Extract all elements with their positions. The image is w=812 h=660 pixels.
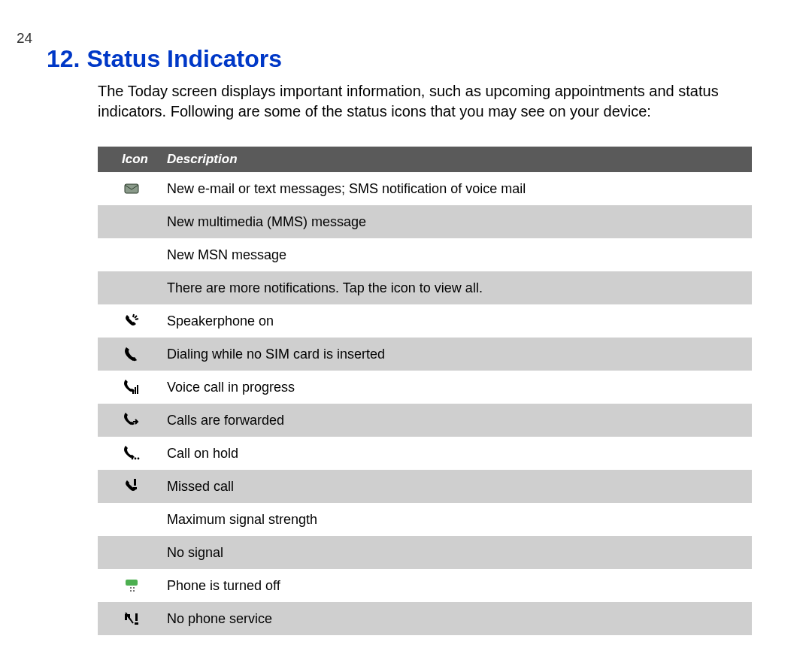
table-row: New MSN message bbox=[98, 238, 752, 271]
row-desc: Speakerphone on bbox=[165, 306, 752, 337]
speakerphone-icon bbox=[98, 312, 165, 330]
svg-rect-7 bbox=[134, 479, 136, 486]
svg-rect-11 bbox=[133, 587, 135, 589]
table-row: Phone is turned off bbox=[98, 569, 752, 602]
section-heading: 12. Status Indicators bbox=[47, 45, 282, 73]
status-icons-table: Icon Description New e-mail or text mess… bbox=[98, 147, 752, 635]
header-description: Description bbox=[165, 152, 752, 167]
table-header: Icon Description bbox=[98, 147, 752, 172]
row-desc: Dialing while no SIM card is inserted bbox=[165, 339, 752, 370]
missed-call-icon bbox=[98, 477, 165, 495]
svg-rect-10 bbox=[130, 587, 132, 589]
table-row: Calls are forwarded bbox=[98, 404, 752, 437]
page-number: 24 bbox=[17, 30, 32, 47]
table-row: No phone service bbox=[98, 602, 752, 635]
svg-rect-13 bbox=[133, 590, 135, 592]
table-row: Missed call bbox=[98, 470, 752, 503]
no-phone-service-icon bbox=[98, 610, 165, 628]
svg-point-6 bbox=[138, 458, 140, 460]
svg-rect-2 bbox=[135, 387, 136, 394]
table-row: Call on hold bbox=[98, 437, 752, 470]
row-desc: New multimedia (MMS) message bbox=[165, 207, 752, 238]
svg-rect-14 bbox=[135, 613, 138, 621]
svg-rect-3 bbox=[137, 385, 138, 394]
svg-point-5 bbox=[135, 458, 137, 460]
phone-off-icon bbox=[98, 577, 165, 595]
table-row: There are more notifications. Tap the ic… bbox=[98, 271, 752, 304]
table-row: No signal bbox=[98, 536, 752, 569]
svg-rect-0 bbox=[125, 184, 138, 193]
row-desc: No signal bbox=[165, 537, 752, 568]
table-row: Speakerphone on bbox=[98, 304, 752, 338]
new-mail-icon bbox=[98, 180, 165, 198]
svg-rect-9 bbox=[126, 580, 138, 586]
svg-point-4 bbox=[132, 458, 134, 460]
table-row: New e-mail or text messages; SMS notific… bbox=[98, 172, 752, 205]
row-desc: Missed call bbox=[165, 471, 752, 502]
call-on-hold-icon bbox=[98, 444, 165, 462]
dialing-no-sim-icon bbox=[98, 345, 165, 363]
calls-forwarded-icon bbox=[98, 411, 165, 429]
row-desc: New MSN message bbox=[165, 240, 752, 271]
row-desc: No phone service bbox=[165, 604, 752, 634]
svg-rect-1 bbox=[132, 389, 134, 394]
svg-rect-8 bbox=[133, 487, 137, 489]
header-icon: Icon bbox=[98, 152, 165, 167]
table-row: Maximum signal strength bbox=[98, 503, 752, 536]
table-row: New multimedia (MMS) message bbox=[98, 205, 752, 238]
row-desc: Calls are forwarded bbox=[165, 405, 752, 436]
row-desc: New e-mail or text messages; SMS notific… bbox=[165, 174, 752, 204]
row-desc: There are more notifications. Tap the ic… bbox=[165, 273, 752, 304]
row-desc: Phone is turned off bbox=[165, 571, 752, 601]
voice-call-progress-icon bbox=[98, 378, 165, 396]
intro-paragraph: The Today screen displays important info… bbox=[98, 81, 752, 122]
svg-rect-12 bbox=[130, 590, 132, 592]
table-row: Dialing while no SIM card is inserted bbox=[98, 338, 752, 371]
table-row: Voice call in progress bbox=[98, 371, 752, 404]
row-desc: Maximum signal strength bbox=[165, 504, 752, 535]
row-desc: Call on hold bbox=[165, 438, 752, 469]
svg-rect-15 bbox=[135, 622, 138, 625]
row-desc: Voice call in progress bbox=[165, 372, 752, 403]
